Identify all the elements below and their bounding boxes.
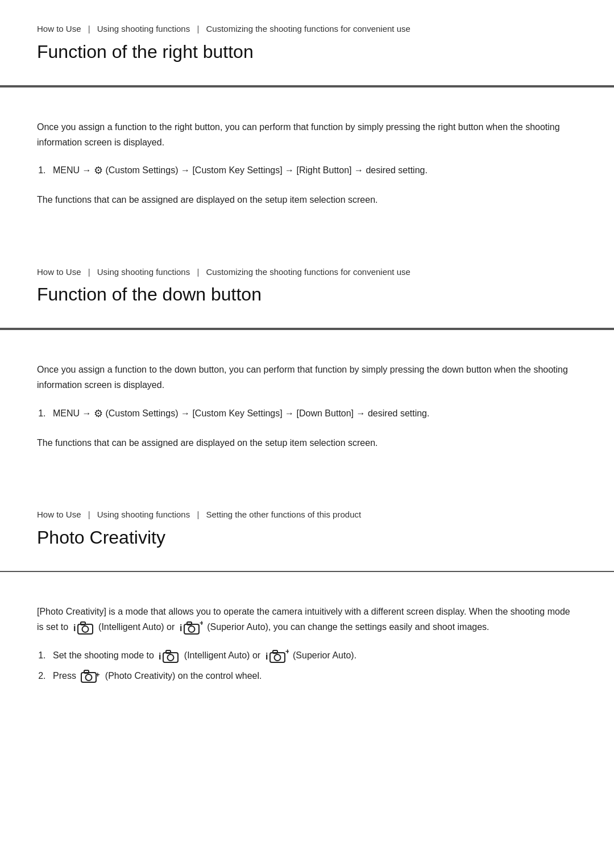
svg-text:i: i — [265, 652, 268, 661]
svg-point-19 — [86, 674, 92, 681]
breadcrumb-howto2: How to Use — [37, 267, 81, 277]
svg-text:+: + — [200, 620, 203, 627]
breadcrumb-sep4: | — [197, 267, 199, 277]
intelligent-auto-icon: i — [73, 620, 94, 635]
breadcrumb-down-button: How to Use | Using shooting functions | … — [37, 266, 577, 279]
breadcrumb-howto: How to Use — [37, 24, 81, 34]
breadcrumb-sep1: | — [88, 24, 90, 34]
svg-text:+: + — [96, 670, 100, 679]
step-text2: (Custom Settings) → [Custom Key Settings… — [105, 408, 429, 418]
photo-creativity-intro: [Photo Creativity] is a mode that allows… — [37, 604, 577, 635]
right-button-steps: MENU → ⚙ (Custom Settings) → [Custom Key… — [48, 162, 577, 180]
right-button-divider — [0, 86, 614, 87]
svg-point-6 — [188, 626, 194, 632]
gear-icon: ⚙ — [94, 165, 103, 177]
section-photo-creativity: How to Use | Using shooting functions | … — [0, 486, 614, 571]
breadcrumb-right-button: How to Use | Using shooting functions | … — [37, 23, 577, 36]
down-button-title: Function of the down button — [37, 284, 577, 305]
svg-rect-16 — [273, 650, 277, 653]
down-button-step1: MENU → ⚙ (Custom Settings) → [Custom Key… — [48, 406, 577, 423]
right-button-title: Function of the right button — [37, 41, 577, 62]
down-button-content: Once you assign a function to the down b… — [0, 346, 614, 486]
svg-text:i: i — [159, 652, 161, 661]
svg-text:i: i — [73, 623, 76, 633]
breadcrumb-setting-other: Setting the other functions of this prod… — [206, 510, 361, 519]
photo-creativity-title: Photo Creativity — [37, 527, 577, 548]
photo-step1-after: (Superior Auto). — [293, 650, 356, 660]
photo-step1-before: Set the shooting mode to — [53, 650, 154, 660]
svg-text:+: + — [285, 648, 289, 656]
breadcrumb-using-shooting: Using shooting functions — [97, 24, 190, 34]
breadcrumb-howto3: How to Use — [37, 510, 81, 519]
menu-label2: MENU → ⚙ (Custom Settings) → [Custom Key… — [53, 408, 429, 418]
down-button-steps: MENU → ⚙ (Custom Settings) → [Custom Key… — [48, 406, 577, 423]
section-right-button: How to Use | Using shooting functions | … — [0, 0, 614, 86]
breadcrumb-photo-creativity: How to Use | Using shooting functions | … — [37, 508, 577, 521]
svg-rect-7 — [187, 622, 192, 625]
breadcrumb-customizing: Customizing the shooting functions for c… — [206, 24, 410, 34]
photo-creativity-steps: Set the shooting mode to i (Intelligent … — [48, 648, 577, 684]
step-text: (Custom Settings) → [Custom Key Settings… — [105, 165, 427, 175]
photo-creativity-icon-step: + — [80, 668, 101, 683]
right-button-intro: Once you assign a function to the right … — [37, 119, 577, 150]
svg-point-15 — [274, 654, 280, 661]
photo-step2-before: Press — [53, 671, 76, 681]
down-button-outro: The functions that can be assigned are d… — [37, 435, 577, 450]
photo-creativity-step1: Set the shooting mode to i (Intelligent … — [48, 648, 577, 663]
photo-creativity-intro2: (Intelligent Auto) or — [98, 622, 175, 632]
breadcrumb-using-shooting3: Using shooting functions — [97, 510, 190, 519]
breadcrumb-sep5: | — [88, 510, 90, 519]
photo-creativity-content: [Photo Creativity] is a mode that allows… — [0, 588, 614, 719]
photo-creativity-divider — [0, 571, 614, 572]
svg-point-11 — [168, 654, 174, 661]
superior-auto-icon: i + — [179, 620, 203, 635]
right-button-step1: MENU → ⚙ (Custom Settings) → [Custom Key… — [48, 162, 577, 180]
photo-step2-after: (Photo Creativity) on the control wheel. — [105, 671, 262, 681]
photo-step1-mid: (Intelligent Auto) or — [184, 650, 260, 660]
svg-rect-3 — [81, 622, 85, 625]
breadcrumb-using-shooting2: Using shooting functions — [97, 267, 190, 277]
gear-icon2: ⚙ — [94, 408, 103, 420]
section-down-button: How to Use | Using shooting functions | … — [0, 243, 614, 329]
down-button-divider — [0, 329, 614, 330]
superior-auto-icon-step: i + — [265, 648, 289, 663]
intelligent-auto-icon-step: i — [158, 648, 180, 663]
menu-label: MENU → ⚙ (Custom Settings) → [Custom Key… — [53, 165, 428, 175]
svg-rect-20 — [84, 670, 89, 673]
right-button-outro: The functions that can be assigned are d… — [37, 192, 577, 207]
svg-text:i: i — [180, 623, 182, 633]
breadcrumb-sep3: | — [88, 267, 90, 277]
down-button-intro: Once you assign a function to the down b… — [37, 362, 577, 393]
breadcrumb-sep2: | — [197, 24, 199, 34]
photo-creativity-intro3: (Superior Auto), you can change the sett… — [207, 622, 489, 632]
breadcrumb-customizing2: Customizing the shooting functions for c… — [206, 267, 410, 277]
photo-creativity-step2: Press + (Photo Creativity) on the contro… — [48, 668, 577, 684]
breadcrumb-sep6: | — [197, 510, 199, 519]
svg-rect-12 — [166, 650, 171, 653]
right-button-content: Once you assign a function to the right … — [0, 103, 614, 243]
svg-point-2 — [82, 626, 88, 632]
